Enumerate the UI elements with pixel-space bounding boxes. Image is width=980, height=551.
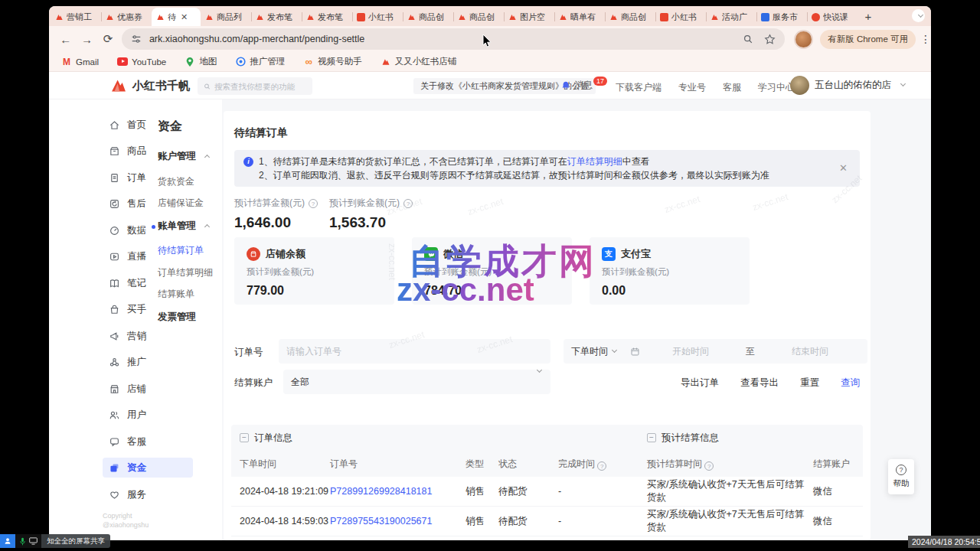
close-icon[interactable]: ✕ [839, 162, 848, 174]
tab-search-caret-button[interactable] [912, 9, 925, 22]
store-switcher[interactable]: 五台山的佑佑的店 [790, 76, 905, 95]
settle-account-label: 结算账户 [234, 377, 273, 390]
start-time-field[interactable]: 开始时间 [672, 345, 709, 358]
header-link-support[interactable]: 客服 [723, 81, 741, 94]
submenu-item-settle-bill[interactable]: 结算账单 [158, 288, 194, 301]
page-title: 待结算订单 [234, 126, 288, 140]
browser-menu-icon[interactable]: ⋮ [920, 33, 931, 45]
xiaohongshu-favicon-icon [508, 13, 517, 21]
submenu-item-settle-detail[interactable]: 订单结算明细 [158, 266, 213, 279]
order-no-input[interactable] [279, 339, 550, 364]
browser-tab[interactable]: 商品列 [201, 8, 251, 26]
screen-share-bar[interactable]: 知全全的屏幕共享 [0, 534, 110, 548]
export-orders-button[interactable]: 导出订单 [681, 377, 719, 390]
collapse-icon[interactable]: − [240, 433, 249, 442]
back-button[interactable]: ← [55, 33, 77, 46]
browser-tab[interactable]: 优惠券 [101, 8, 152, 26]
map-pin-icon [185, 57, 195, 67]
browser-tab-active[interactable]: 待✕ [152, 8, 201, 26]
query-button[interactable]: 查询 [841, 377, 860, 390]
submenu-item-deposit[interactable]: 店铺保证金 [158, 197, 204, 210]
sidebar-item-funds[interactable]: 资金 [103, 458, 193, 478]
notice-banner: i 1、待结算订单是未结算的货款订单汇总，不含已结算订单，已结算订单可在订单结算… [234, 150, 860, 187]
chrome-update-button[interactable]: 有新版 Chrome 可用 [820, 30, 916, 49]
submenu-group-account[interactable]: 账户管理 [158, 150, 209, 163]
sidebar-item-promotion[interactable]: 推广 [103, 352, 193, 372]
browser-tab[interactable]: 发布笔 [302, 8, 352, 26]
browser-tab[interactable]: 营销工 [51, 8, 101, 26]
red-app-favicon-icon [660, 13, 668, 21]
search-lens-icon[interactable] [743, 34, 753, 44]
site-settings-icon[interactable] [131, 34, 142, 44]
filter-actions: 导出订单 查看导出 重置 查询 [681, 377, 860, 390]
xiaohongshu-favicon-icon [55, 13, 64, 21]
bookmark-channels-helper[interactable]: ∞视频号助手 [303, 56, 362, 67]
browser-tab[interactable]: 服务市 [756, 8, 807, 26]
sidebar-item-users[interactable]: 用户 [103, 405, 193, 425]
sidebar-item-store[interactable]: 店铺 [103, 379, 193, 399]
forward-button[interactable]: → [77, 33, 98, 46]
bookmark-xiaohongshu-store[interactable]: 又又小红书店铺 [381, 56, 457, 67]
bookmark-youtube[interactable]: YouTube [117, 57, 166, 67]
browser-tab[interactable]: 小红书 [655, 8, 706, 26]
submenu-item-pending-settle[interactable]: 待结算订单 [158, 244, 204, 257]
help-button[interactable]: ? 帮助 [888, 459, 914, 494]
store-avatar [790, 76, 809, 95]
settle-detail-link[interactable]: 订单结算明细 [567, 156, 622, 167]
sidebar-item-marketing[interactable]: 营销 [103, 326, 193, 346]
tab-label: 商品创 [469, 11, 495, 23]
view-exports-button[interactable]: 查看导出 [740, 377, 779, 390]
browser-profile-avatar[interactable] [794, 30, 813, 49]
submenu-item-payment-funds[interactable]: 货款资金 [158, 175, 194, 188]
bookmark-maps[interactable]: 地图 [185, 56, 217, 67]
header-link-download[interactable]: 下载客户端 [616, 81, 662, 94]
tab-label: 营销工 [67, 11, 92, 23]
account-name: 店铺余额 [266, 247, 305, 261]
browser-tab[interactable]: 快说课 [807, 8, 858, 26]
bookmark-star-icon[interactable] [764, 34, 776, 45]
header-link-learning[interactable]: 学习中心 [758, 81, 795, 94]
question-icon[interactable]: ? [403, 199, 413, 208]
question-icon[interactable]: ? [597, 461, 606, 471]
end-time-field[interactable]: 结束时间 [792, 345, 828, 358]
browser-tab[interactable]: 商品创 [403, 8, 453, 26]
app-search[interactable] [198, 77, 312, 95]
browser-tab[interactable]: 发布笔 [251, 8, 302, 26]
xiaohongshu-favicon-icon [106, 13, 114, 21]
submenu-group-bills[interactable]: 账单管理 [158, 220, 209, 233]
date-range-filter[interactable]: 下单时间 开始时间 至 结束时间 [564, 339, 867, 364]
browser-tab[interactable]: 小红书 [352, 8, 403, 26]
question-icon[interactable]: ? [704, 461, 714, 471]
sidebar-item-service[interactable]: 客服 [103, 432, 193, 452]
header-link-professional[interactable]: 专业号 [678, 81, 706, 94]
question-icon[interactable]: ? [309, 199, 318, 208]
date-to-label: 至 [746, 345, 755, 358]
bookmark-promotion[interactable]: 推广管理 [235, 56, 285, 67]
chevron-down-icon [900, 81, 906, 86]
chat-icon [109, 436, 120, 448]
browser-tab[interactable]: 商品创 [453, 8, 504, 26]
new-tab-button[interactable]: + [861, 9, 876, 24]
reload-button[interactable]: ⟳ [97, 32, 119, 46]
bookmark-label: 推广管理 [250, 56, 285, 67]
app-logo[interactable]: 小红书千帆 [110, 77, 190, 94]
collapse-icon[interactable]: − [647, 433, 656, 442]
cell-order-no-link[interactable]: P728991269928418181 [330, 486, 466, 497]
cell-order-no-link[interactable]: P728975543190025671 [330, 516, 466, 527]
sidebar-item-services[interactable]: 服务 [103, 484, 193, 504]
bookmark-gmail[interactable]: MGmail [61, 57, 99, 67]
url-bar[interactable]: ark.xiaohongshu.com/app-merchant/pending… [122, 28, 786, 50]
browser-tab[interactable]: 图片空 [504, 8, 554, 26]
browser-tab[interactable]: 活动广 [706, 8, 756, 26]
cell-settle-account: 微信 [813, 485, 854, 498]
reset-button[interactable]: 重置 [800, 377, 819, 390]
browser-tab[interactable]: 晒单有 [554, 8, 605, 26]
browser-tab[interactable]: 商品创 [605, 8, 655, 26]
time-type-select[interactable]: 下单时间 [571, 345, 608, 358]
messages-button[interactable]: 消息 17 [560, 79, 609, 92]
tab-close-icon[interactable]: ✕ [181, 12, 188, 22]
app-search-input[interactable] [214, 82, 306, 91]
settle-account-select[interactable]: 全部 [283, 370, 550, 394]
col-status: 状态 [498, 458, 558, 471]
submenu-group-invoice[interactable]: 发票管理 [158, 311, 196, 324]
